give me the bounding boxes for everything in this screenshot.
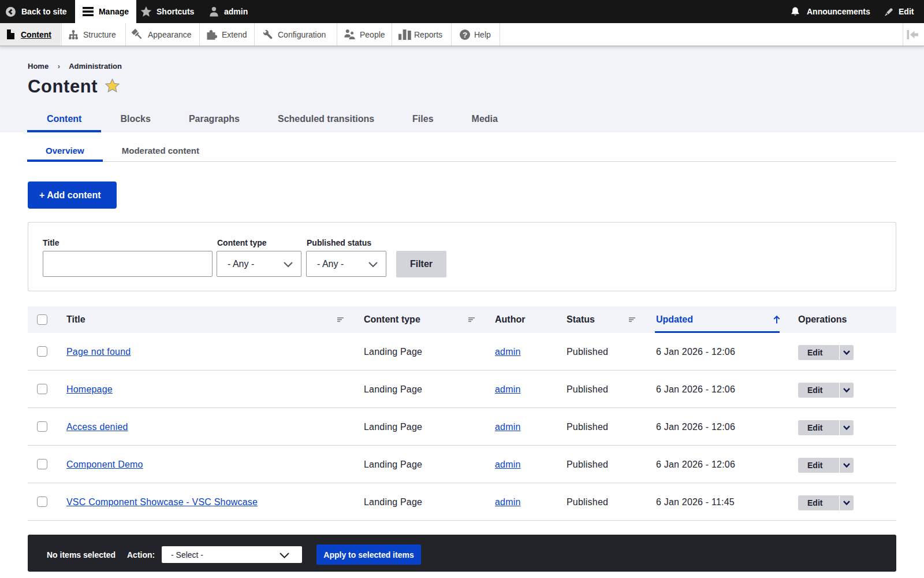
svg-text:?: ? (463, 31, 467, 39)
